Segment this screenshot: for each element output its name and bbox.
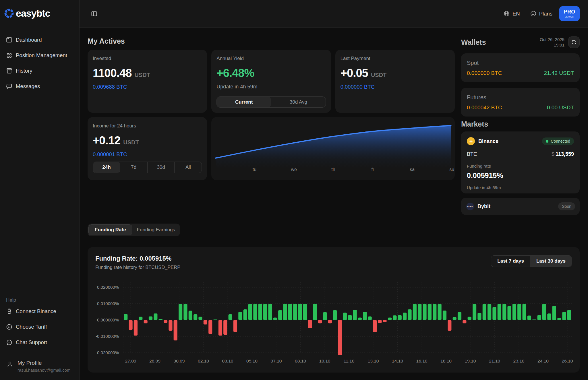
sidebar-toggle-button[interactable]: [91, 10, 98, 17]
svg-text:13.10: 13.10: [368, 358, 379, 363]
range-last-30-days[interactable]: Last 30 days: [530, 256, 572, 267]
sidebar-item-history[interactable]: History: [0, 63, 79, 79]
bybit-name: Bybit: [477, 203, 490, 210]
svg-text:14.10: 14.10: [392, 358, 403, 363]
futures-usdt-value: 0.00 USDT: [547, 104, 574, 111]
income-btc: 0.000001 BTC: [93, 151, 202, 158]
annual-yield-update: Update in 4h 59m: [216, 84, 326, 90]
pro-label: PRO: [564, 9, 575, 15]
wallets-updated-date: Oct 26, 2025 19:01: [540, 37, 564, 48]
last-payment-unit: USDT: [371, 72, 386, 78]
income-unit: USDT: [123, 139, 139, 146]
binance-name: Binance: [478, 138, 498, 144]
svg-text:28.09: 28.09: [149, 358, 160, 363]
currency-symbol: $: [552, 151, 554, 157]
svg-text:23.10: 23.10: [513, 358, 525, 363]
language-selector[interactable]: EN: [503, 10, 520, 17]
sidebar-item-label: Chat Support: [16, 339, 47, 346]
bybit-status-badge: Soon: [558, 202, 575, 210]
globe-icon: [503, 10, 510, 17]
svg-text:0.020000%: 0.020000%: [97, 285, 119, 290]
yield-option-current[interactable]: Current: [217, 97, 271, 107]
svg-text:16.10: 16.10: [416, 358, 428, 363]
range-last-7-days[interactable]: Last 7 days: [491, 256, 530, 267]
messages-icon: [6, 83, 13, 90]
help-section-label: Help: [0, 297, 79, 304]
plans-smiley-icon: [530, 10, 537, 17]
bitcoin-icon: [6, 308, 13, 315]
sidebar-nav: Dashboard Position Management History Me…: [0, 32, 79, 94]
brand-logo[interactable]: easybtc: [0, 8, 79, 19]
dashboard-icon: [6, 36, 13, 43]
topbar: EN Plans PRO Active: [80, 0, 588, 28]
funding-card-subtitle: Funding rate history for BTCUSD_PERP: [95, 265, 180, 270]
income-range-30d[interactable]: 30d: [148, 162, 175, 173]
sidebar: easybtc Dashboard Position Management Hi…: [0, 0, 80, 380]
binance-price: $113,559: [552, 151, 574, 157]
svg-text:26.10: 26.10: [562, 358, 573, 363]
svg-text:-0.020000%: -0.020000%: [96, 350, 119, 355]
sidebar-item-position-management[interactable]: Position Management: [0, 48, 79, 63]
last-payment-btc: 0.000000 BTC: [341, 84, 450, 90]
history-icon: [6, 67, 13, 74]
sidebar-item-connect-binance[interactable]: Connect Binance: [0, 304, 79, 319]
chart-range-buttons: Last 7 daysLast 30 days: [491, 255, 572, 267]
spot-label: Spot: [467, 60, 574, 66]
sidebar-item-label: History: [16, 68, 32, 74]
area-x-label: we: [291, 167, 297, 172]
invested-btc: 0.009688 BTC: [93, 84, 202, 90]
binance-asset: BTC: [467, 151, 477, 157]
funding-tabs: Funding RateFunding Earnings: [88, 224, 180, 236]
income-range-7d[interactable]: 7d: [120, 162, 148, 173]
svg-text:0.000000%: 0.000000%: [97, 317, 119, 322]
profile-label: My Profile: [18, 360, 70, 366]
user-icon: [6, 360, 13, 368]
income-range-24h[interactable]: 24h: [93, 162, 120, 173]
last-payment-card: Last Payment +0.05 USDT 0.000000 BTC: [335, 50, 455, 113]
sidebar-item-choose-tariff[interactable]: Choose Tariff: [0, 319, 79, 335]
sidebar-item-messages[interactable]: Messages: [0, 79, 79, 94]
svg-text:05.10: 05.10: [246, 358, 258, 363]
sidebar-item-dashboard[interactable]: Dashboard: [0, 32, 79, 48]
pro-plan-button[interactable]: PRO Active: [559, 6, 580, 21]
area-x-label: fr: [371, 167, 374, 172]
svg-text:24.10: 24.10: [537, 358, 549, 363]
area-x-label: th: [331, 167, 335, 172]
profile-item[interactable]: My Profile rasul.hassanov@gmail.com: [0, 358, 79, 373]
spot-usdt-value: 21.42 USDT: [544, 70, 574, 76]
spot-btc-value: 0.000000 BTC: [467, 70, 502, 76]
svg-text:08.10: 08.10: [295, 358, 306, 363]
svg-text:07.10: 07.10: [271, 358, 282, 363]
sidebar-item-label: Messages: [16, 83, 40, 90]
svg-text:0.010000%: 0.010000%: [97, 301, 119, 306]
tab-funding-earnings[interactable]: Funding Earnings: [133, 224, 179, 235]
yield-option-30d-avg[interactable]: 30d Avg: [271, 97, 326, 107]
bybit-logo-icon: BYB!T: [466, 203, 474, 210]
invested-label: Invested: [93, 56, 202, 61]
binance-logo-icon: [467, 137, 475, 145]
area-x-label: su: [449, 167, 454, 172]
page-title: My Actives: [88, 37, 455, 45]
area-chart-canvas: [211, 117, 455, 168]
plans-label: Plans: [539, 11, 552, 17]
plans-button[interactable]: Plans: [530, 10, 552, 17]
sidebar-item-label: Connect Binance: [16, 308, 56, 315]
brand-logo-icon: [4, 8, 14, 19]
binance-funding-rate: 0.005915%: [467, 171, 574, 180]
svg-text:21.10: 21.10: [489, 358, 500, 363]
brand-name: easybtc: [16, 8, 50, 19]
income-label: Income for 24 hours: [93, 123, 202, 129]
profile-email: rasul.hassanov@gmail.com: [18, 368, 70, 373]
wallets-title: Wallets: [461, 38, 486, 46]
futures-wallet-card: Futures 0.000042 BTC 0.00 USDT: [461, 88, 580, 117]
binance-funding-label: Funding rate: [467, 164, 574, 168]
income-range-all[interactable]: All: [175, 162, 202, 173]
refresh-wallets-button[interactable]: [568, 36, 580, 48]
area-x-label: sa: [410, 167, 415, 172]
tab-funding-rate[interactable]: Funding Rate: [88, 224, 132, 235]
sidebar-item-chat-support[interactable]: Chat Support: [0, 335, 79, 350]
income-area-chart: tuwethfrsasu: [211, 117, 455, 180]
invested-unit: USDT: [134, 72, 150, 78]
last-payment-label: Last Payment: [341, 56, 450, 61]
area-x-label: tu: [253, 167, 256, 172]
